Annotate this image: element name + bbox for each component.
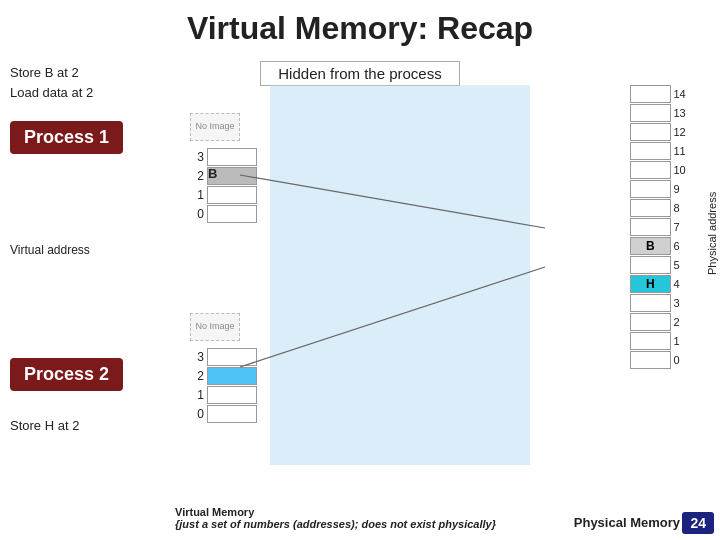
vmem-grid-process2: 3 2 1 0 [190, 348, 260, 424]
hidden-from-process-label: Hidden from the process [260, 61, 460, 86]
physical-address-label: Physical address [706, 133, 718, 333]
vmem-grid-process1: 3 2 1 0 [190, 148, 260, 224]
no-image-1: No Image [190, 113, 240, 141]
store-b-label: Store B at 2 Load data at 2 [10, 63, 93, 102]
process1-box: Process 1 [10, 121, 123, 154]
process2-box: Process 2 [10, 358, 123, 391]
page-title: Virtual Memory: Recap [0, 0, 720, 53]
p1-b-label: B [208, 166, 217, 181]
hidden-region-overlay [270, 85, 530, 465]
virtual-address-label: Virtual address [10, 243, 90, 257]
physical-mem-label: Physical Memory [574, 515, 680, 530]
page-number: 24 [682, 512, 714, 534]
virtual-mem-note: Virtual Memory {just a set of numbers (a… [175, 506, 496, 530]
pmem-grid: 14 13 12 11 10 9 8 7 B 6 5 H [630, 85, 690, 370]
store-h-label: Store H at 2 [10, 418, 79, 433]
no-image-2: No Image [190, 313, 240, 341]
